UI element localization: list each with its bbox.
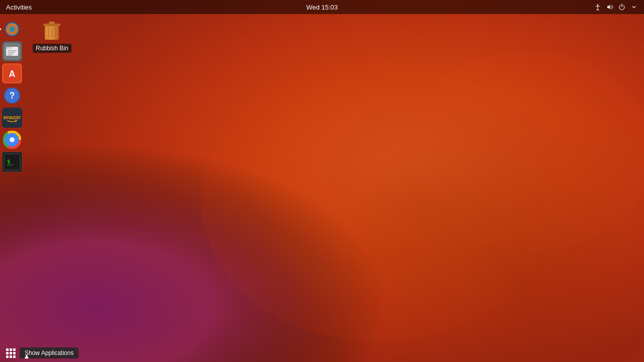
dot	[10, 355, 12, 358]
dock-item-software[interactable]: A	[2, 63, 22, 83]
topbar: Activities Wed 15:03	[0, 0, 644, 14]
svg-point-10	[403, 50, 644, 251]
power-icon[interactable]	[618, 3, 626, 11]
svg-point-8	[458, 241, 599, 362]
svg-point-6	[387, 70, 569, 251]
dock-item-amazon[interactable]: amazon	[2, 108, 22, 128]
topbar-clock: Wed 15:03	[306, 4, 338, 11]
dock-item-help[interactable]: ?	[2, 85, 22, 106]
svg-text:A: A	[9, 69, 16, 79]
svg-point-14	[9, 26, 15, 32]
svg-rect-1	[0, 0, 644, 362]
dock: A ? amazon	[0, 14, 24, 362]
svg-point-34	[10, 137, 15, 142]
dot	[13, 348, 16, 351]
svg-rect-17	[6, 47, 12, 49]
dot	[10, 348, 12, 351]
svg-point-23	[11, 75, 13, 77]
svg-point-5	[352, 35, 604, 287]
rubbish-bin[interactable]: Rubbish Bin	[33, 18, 71, 53]
dock-item-files[interactable]	[2, 41, 22, 61]
svg-point-4	[166, 15, 518, 362]
svg-point-11	[597, 5, 599, 6]
wallpaper	[0, 0, 644, 362]
topbar-right	[594, 3, 638, 11]
svg-rect-38	[7, 165, 11, 166]
show-applications-area[interactable]: ▲ Show Applications	[0, 344, 101, 362]
svg-rect-18	[8, 50, 17, 51]
topbar-left: Activities	[6, 4, 32, 11]
svg-text:$_: $_	[7, 158, 14, 165]
activities-button[interactable]: Activities	[6, 4, 32, 11]
topbar-dropdown-icon[interactable]	[630, 3, 638, 11]
show-applications-tooltip: Show Applications	[20, 347, 78, 358]
rubbish-bin-label: Rubbish Bin	[33, 44, 71, 53]
svg-point-3	[231, 80, 453, 302]
dot	[6, 352, 9, 354]
svg-text:amazon: amazon	[4, 115, 21, 120]
dot	[13, 352, 16, 354]
svg-rect-19	[8, 52, 15, 53]
dock-item-terminal[interactable]: $_	[2, 152, 22, 172]
dot	[13, 355, 16, 358]
desktop: Activities Wed 15:03	[0, 0, 644, 362]
dock-item-chromium[interactable]	[2, 130, 22, 150]
active-indicator	[0, 28, 1, 30]
dock-item-firefox[interactable]	[2, 19, 22, 39]
svg-point-2	[201, 50, 483, 332]
dot	[6, 355, 9, 358]
svg-rect-20	[8, 54, 13, 55]
svg-text:?: ?	[10, 90, 15, 101]
svg-rect-47	[46, 27, 48, 38]
svg-point-9	[201, 60, 553, 342]
svg-point-7	[428, 211, 629, 362]
show-applications-button[interactable]	[6, 348, 16, 358]
rubbish-bin-icon	[40, 18, 64, 42]
svg-rect-42	[49, 22, 55, 24]
volume-icon[interactable]	[606, 3, 614, 11]
dot	[6, 348, 9, 351]
svg-rect-0	[0, 0, 644, 362]
accessibility-icon[interactable]	[594, 3, 602, 11]
dot	[10, 352, 12, 354]
